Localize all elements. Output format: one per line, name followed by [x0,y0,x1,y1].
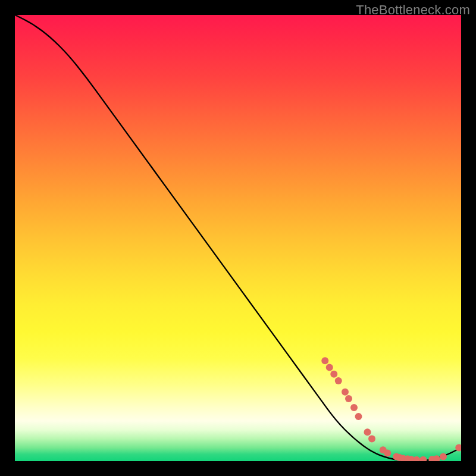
bottleneck-curve [15,15,461,461]
curve-marker [355,413,362,420]
curve-marker [345,395,352,402]
curve-marker [335,377,342,384]
watermark-label: TheBottleneck.com [356,2,470,18]
chart-frame: TheBottleneck.com [0,0,476,476]
curve-markers [321,357,461,461]
curve-layer [15,15,461,461]
curve-marker [413,456,420,461]
curve-marker [350,404,358,411]
plot-area [15,15,461,461]
curve-marker [368,436,375,443]
curve-marker [433,455,440,461]
curve-marker [384,450,391,457]
curve-marker [321,357,328,364]
curve-marker [440,453,447,461]
curve-marker [419,456,427,461]
curve-marker [330,371,337,378]
curve-marker [342,389,349,396]
curve-marker [364,428,371,436]
curve-marker [326,364,333,371]
